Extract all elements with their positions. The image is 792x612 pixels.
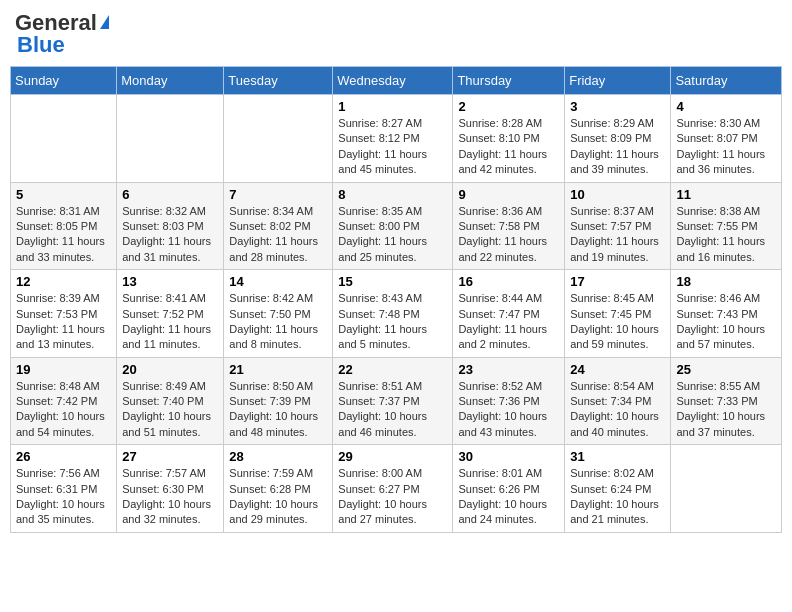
day-number: 14 — [229, 274, 327, 289]
day-info: Sunrise: 8:30 AMSunset: 8:07 PMDaylight:… — [676, 116, 776, 178]
calendar-cell: 4Sunrise: 8:30 AMSunset: 8:07 PMDaylight… — [671, 95, 782, 183]
day-info: Sunrise: 8:48 AMSunset: 7:42 PMDaylight:… — [16, 379, 111, 441]
calendar-table: SundayMondayTuesdayWednesdayThursdayFrid… — [10, 66, 782, 533]
day-number: 3 — [570, 99, 665, 114]
day-number: 16 — [458, 274, 559, 289]
day-number: 9 — [458, 187, 559, 202]
day-info: Sunrise: 8:02 AMSunset: 6:24 PMDaylight:… — [570, 466, 665, 528]
calendar-cell: 15Sunrise: 8:43 AMSunset: 7:48 PMDayligh… — [333, 270, 453, 358]
day-number: 26 — [16, 449, 111, 464]
calendar-cell: 16Sunrise: 8:44 AMSunset: 7:47 PMDayligh… — [453, 270, 565, 358]
day-number: 6 — [122, 187, 218, 202]
day-info: Sunrise: 8:45 AMSunset: 7:45 PMDaylight:… — [570, 291, 665, 353]
calendar-cell: 21Sunrise: 8:50 AMSunset: 7:39 PMDayligh… — [224, 357, 333, 445]
calendar-cell: 24Sunrise: 8:54 AMSunset: 7:34 PMDayligh… — [565, 357, 671, 445]
day-number: 12 — [16, 274, 111, 289]
day-number: 31 — [570, 449, 665, 464]
day-info: Sunrise: 8:37 AMSunset: 7:57 PMDaylight:… — [570, 204, 665, 266]
day-number: 13 — [122, 274, 218, 289]
header-friday: Friday — [565, 67, 671, 95]
calendar-cell: 20Sunrise: 8:49 AMSunset: 7:40 PMDayligh… — [117, 357, 224, 445]
day-info: Sunrise: 8:34 AMSunset: 8:02 PMDaylight:… — [229, 204, 327, 266]
day-number: 8 — [338, 187, 447, 202]
day-number: 30 — [458, 449, 559, 464]
day-info: Sunrise: 8:55 AMSunset: 7:33 PMDaylight:… — [676, 379, 776, 441]
day-info: Sunrise: 8:39 AMSunset: 7:53 PMDaylight:… — [16, 291, 111, 353]
week-row-2: 5Sunrise: 8:31 AMSunset: 8:05 PMDaylight… — [11, 182, 782, 270]
day-number: 28 — [229, 449, 327, 464]
calendar-cell: 25Sunrise: 8:55 AMSunset: 7:33 PMDayligh… — [671, 357, 782, 445]
calendar-cell: 14Sunrise: 8:42 AMSunset: 7:50 PMDayligh… — [224, 270, 333, 358]
calendar-cell: 28Sunrise: 7:59 AMSunset: 6:28 PMDayligh… — [224, 445, 333, 533]
calendar-cell: 6Sunrise: 8:32 AMSunset: 8:03 PMDaylight… — [117, 182, 224, 270]
logo-triangle-icon — [100, 15, 109, 29]
day-info: Sunrise: 8:28 AMSunset: 8:10 PMDaylight:… — [458, 116, 559, 178]
calendar-cell — [117, 95, 224, 183]
day-number: 10 — [570, 187, 665, 202]
week-row-5: 26Sunrise: 7:56 AMSunset: 6:31 PMDayligh… — [11, 445, 782, 533]
calendar-cell: 17Sunrise: 8:45 AMSunset: 7:45 PMDayligh… — [565, 270, 671, 358]
day-info: Sunrise: 8:43 AMSunset: 7:48 PMDaylight:… — [338, 291, 447, 353]
day-number: 19 — [16, 362, 111, 377]
header-tuesday: Tuesday — [224, 67, 333, 95]
day-info: Sunrise: 8:31 AMSunset: 8:05 PMDaylight:… — [16, 204, 111, 266]
day-number: 20 — [122, 362, 218, 377]
calendar-cell: 7Sunrise: 8:34 AMSunset: 8:02 PMDaylight… — [224, 182, 333, 270]
calendar-cell: 1Sunrise: 8:27 AMSunset: 8:12 PMDaylight… — [333, 95, 453, 183]
calendar-cell: 9Sunrise: 8:36 AMSunset: 7:58 PMDaylight… — [453, 182, 565, 270]
calendar-cell: 10Sunrise: 8:37 AMSunset: 7:57 PMDayligh… — [565, 182, 671, 270]
day-number: 24 — [570, 362, 665, 377]
header-saturday: Saturday — [671, 67, 782, 95]
day-info: Sunrise: 8:54 AMSunset: 7:34 PMDaylight:… — [570, 379, 665, 441]
day-number: 29 — [338, 449, 447, 464]
day-number: 11 — [676, 187, 776, 202]
day-info: Sunrise: 8:00 AMSunset: 6:27 PMDaylight:… — [338, 466, 447, 528]
logo-blue-text: Blue — [17, 32, 65, 58]
day-info: Sunrise: 8:49 AMSunset: 7:40 PMDaylight:… — [122, 379, 218, 441]
calendar-cell: 19Sunrise: 8:48 AMSunset: 7:42 PMDayligh… — [11, 357, 117, 445]
header-sunday: Sunday — [11, 67, 117, 95]
calendar-cell: 29Sunrise: 8:00 AMSunset: 6:27 PMDayligh… — [333, 445, 453, 533]
calendar-cell: 12Sunrise: 8:39 AMSunset: 7:53 PMDayligh… — [11, 270, 117, 358]
header-wednesday: Wednesday — [333, 67, 453, 95]
calendar-cell: 5Sunrise: 8:31 AMSunset: 8:05 PMDaylight… — [11, 182, 117, 270]
day-info: Sunrise: 8:32 AMSunset: 8:03 PMDaylight:… — [122, 204, 218, 266]
day-info: Sunrise: 8:46 AMSunset: 7:43 PMDaylight:… — [676, 291, 776, 353]
day-info: Sunrise: 8:42 AMSunset: 7:50 PMDaylight:… — [229, 291, 327, 353]
calendar-cell: 3Sunrise: 8:29 AMSunset: 8:09 PMDaylight… — [565, 95, 671, 183]
day-info: Sunrise: 7:56 AMSunset: 6:31 PMDaylight:… — [16, 466, 111, 528]
calendar-cell — [224, 95, 333, 183]
day-info: Sunrise: 8:38 AMSunset: 7:55 PMDaylight:… — [676, 204, 776, 266]
calendar-cell: 11Sunrise: 8:38 AMSunset: 7:55 PMDayligh… — [671, 182, 782, 270]
calendar-cell — [11, 95, 117, 183]
day-info: Sunrise: 8:50 AMSunset: 7:39 PMDaylight:… — [229, 379, 327, 441]
day-info: Sunrise: 8:52 AMSunset: 7:36 PMDaylight:… — [458, 379, 559, 441]
calendar-cell — [671, 445, 782, 533]
day-number: 1 — [338, 99, 447, 114]
day-info: Sunrise: 7:57 AMSunset: 6:30 PMDaylight:… — [122, 466, 218, 528]
calendar-cell: 31Sunrise: 8:02 AMSunset: 6:24 PMDayligh… — [565, 445, 671, 533]
calendar-cell: 23Sunrise: 8:52 AMSunset: 7:36 PMDayligh… — [453, 357, 565, 445]
day-number: 27 — [122, 449, 218, 464]
day-number: 18 — [676, 274, 776, 289]
calendar-cell: 26Sunrise: 7:56 AMSunset: 6:31 PMDayligh… — [11, 445, 117, 533]
calendar-cell: 30Sunrise: 8:01 AMSunset: 6:26 PMDayligh… — [453, 445, 565, 533]
day-number: 25 — [676, 362, 776, 377]
day-info: Sunrise: 8:36 AMSunset: 7:58 PMDaylight:… — [458, 204, 559, 266]
week-row-4: 19Sunrise: 8:48 AMSunset: 7:42 PMDayligh… — [11, 357, 782, 445]
day-number: 2 — [458, 99, 559, 114]
day-number: 17 — [570, 274, 665, 289]
calendar-cell: 27Sunrise: 7:57 AMSunset: 6:30 PMDayligh… — [117, 445, 224, 533]
calendar-cell: 13Sunrise: 8:41 AMSunset: 7:52 PMDayligh… — [117, 270, 224, 358]
day-number: 21 — [229, 362, 327, 377]
day-info: Sunrise: 7:59 AMSunset: 6:28 PMDaylight:… — [229, 466, 327, 528]
header-monday: Monday — [117, 67, 224, 95]
calendar-cell: 2Sunrise: 8:28 AMSunset: 8:10 PMDaylight… — [453, 95, 565, 183]
calendar-cell: 18Sunrise: 8:46 AMSunset: 7:43 PMDayligh… — [671, 270, 782, 358]
day-info: Sunrise: 8:01 AMSunset: 6:26 PMDaylight:… — [458, 466, 559, 528]
day-number: 7 — [229, 187, 327, 202]
days-header-row: SundayMondayTuesdayWednesdayThursdayFrid… — [11, 67, 782, 95]
day-number: 22 — [338, 362, 447, 377]
week-row-3: 12Sunrise: 8:39 AMSunset: 7:53 PMDayligh… — [11, 270, 782, 358]
day-info: Sunrise: 8:44 AMSunset: 7:47 PMDaylight:… — [458, 291, 559, 353]
